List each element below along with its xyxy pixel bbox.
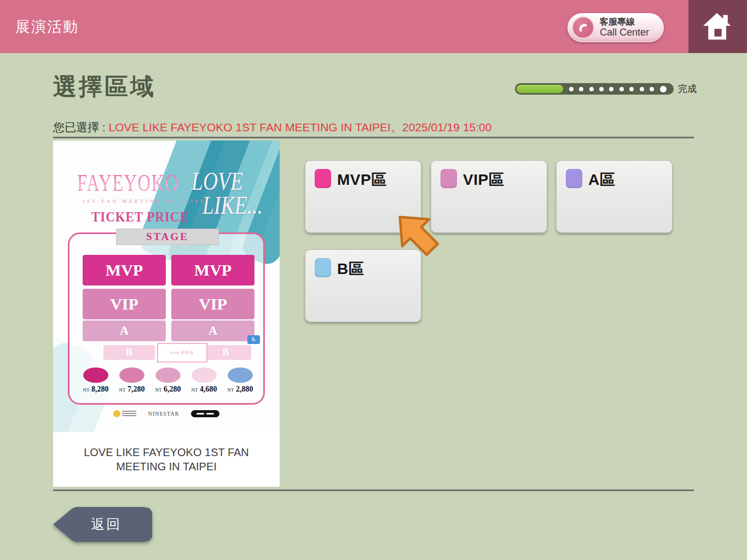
zone-label: MVP區 xyxy=(337,170,387,190)
poster-overlay-like: LIKE... xyxy=(202,191,263,220)
call-center-button[interactable]: 客服專線 Call Center xyxy=(568,13,664,42)
stage-bar: STAGE xyxy=(116,229,219,245)
zone-label: A區 xyxy=(588,170,615,190)
price-color-oval xyxy=(119,368,144,383)
progress-dot xyxy=(629,87,634,91)
event-poster-card: FAYEYOKO 1ST FAN MEETING IN TAIPEI LOVE … xyxy=(53,141,280,487)
back-button-label: 返回 xyxy=(91,515,121,533)
divider-bottom xyxy=(53,489,694,491)
zone-color-swatch xyxy=(315,258,331,277)
zone-card-vip[interactable]: VIP區 xyxy=(431,160,547,233)
price-color-oval xyxy=(83,368,108,383)
progress-dot xyxy=(619,87,624,91)
zone-card-mvp[interactable]: MVP區 xyxy=(305,160,421,233)
progress-dot xyxy=(660,86,667,92)
zone-color-swatch xyxy=(566,169,582,188)
sponsor-logos: NINESTAR xyxy=(53,410,280,417)
price-item: NT 6,280 xyxy=(152,368,184,394)
app-title: 展演活動 xyxy=(15,17,79,37)
selected-event-text: LOVE LIKE FAYEYOKO 1ST FAN MEETING IN TA… xyxy=(109,121,492,133)
back-button[interactable]: 返回 xyxy=(53,507,152,542)
sponsor-logo xyxy=(191,410,219,417)
phone-icon xyxy=(572,16,594,39)
zone-color-swatch xyxy=(315,169,331,188)
kiosk-screen: 展演活動 客服專線 Call Center 選擇 xyxy=(0,0,747,560)
price-item: NT 4,680 xyxy=(188,368,221,394)
event-poster-image: FAYEYOKO 1ST FAN MEETING IN TAIPEI LOVE … xyxy=(53,141,280,432)
seat-block-mvp: MVP xyxy=(171,255,254,285)
zone-label: B區 xyxy=(337,259,364,279)
selection-label: 您已選擇 : xyxy=(53,121,106,133)
progress-dot xyxy=(650,87,654,91)
zone-card-a[interactable]: A區 xyxy=(556,160,673,233)
event-caption: LOVE LIKE FAYEYOKO 1ST FAN MEETING IN TA… xyxy=(53,432,280,487)
seat-block-a: A xyxy=(171,320,254,341)
ticket-price-heading: TICKET PRICE xyxy=(91,209,188,225)
progress-fill xyxy=(517,85,563,93)
seat-block-b: B xyxy=(103,345,155,360)
progress-track xyxy=(515,83,674,95)
seat-block-b: B xyxy=(200,345,251,360)
price-color-oval xyxy=(192,368,217,383)
progress-dot xyxy=(599,87,604,91)
sponsor-logo xyxy=(113,410,136,417)
price-legend: NT 8,280 NT 7,280 NT 6,280 NT 4,680 xyxy=(79,368,257,394)
poster-brand-subtitle: 1ST FAN MEETING IN TAIPEI xyxy=(82,199,210,204)
price-color-oval xyxy=(155,368,181,383)
page-title: 選擇區域 xyxy=(53,71,156,103)
seat-block-a: A xyxy=(83,320,166,341)
progress-dot xyxy=(609,87,613,91)
progress-dots xyxy=(563,86,672,92)
zone-label: VIP區 xyxy=(463,170,504,190)
selection-summary: 您已選擇 : LOVE LIKE FAYEYOKO 1ST FAN MEETIN… xyxy=(53,120,491,135)
zone-card-b[interactable]: B區 xyxy=(305,249,421,322)
divider-top xyxy=(53,137,694,138)
price-item: NT 7,280 xyxy=(115,368,148,394)
seat-block-vip: VIP xyxy=(171,289,254,319)
progress-dot xyxy=(640,87,644,91)
progress-dot xyxy=(579,87,583,91)
progress-indicator: 完成 xyxy=(515,83,697,95)
price-item: NT 2,880 xyxy=(224,368,257,394)
foh-console-box: FOH 控制台 xyxy=(157,343,207,363)
call-center-label: 客服專線 Call Center xyxy=(600,17,649,38)
home-icon xyxy=(701,10,735,43)
sponsor-logo-ninestar: NINESTAR xyxy=(148,411,179,417)
header-bar: 展演活動 客服專線 Call Center xyxy=(0,0,747,53)
zone-color-swatch xyxy=(441,169,457,188)
progress-dot xyxy=(569,87,574,91)
price-item: NT 8,280 xyxy=(79,368,112,394)
seating-chart: MVP MVP VIP VIP A A ♿ B B FOH 控制台 NT 8,2… xyxy=(68,232,265,405)
seat-block-mvp: MVP xyxy=(83,255,166,285)
progress-dot xyxy=(589,87,594,91)
home-button[interactable] xyxy=(688,0,747,53)
seat-block-vip: VIP xyxy=(83,289,166,319)
price-color-oval xyxy=(228,368,253,383)
wheelchair-icon: ♿ xyxy=(247,335,260,344)
poster-brand-logo: FAYEYOKO xyxy=(77,169,179,197)
progress-complete-label: 完成 xyxy=(678,83,697,95)
